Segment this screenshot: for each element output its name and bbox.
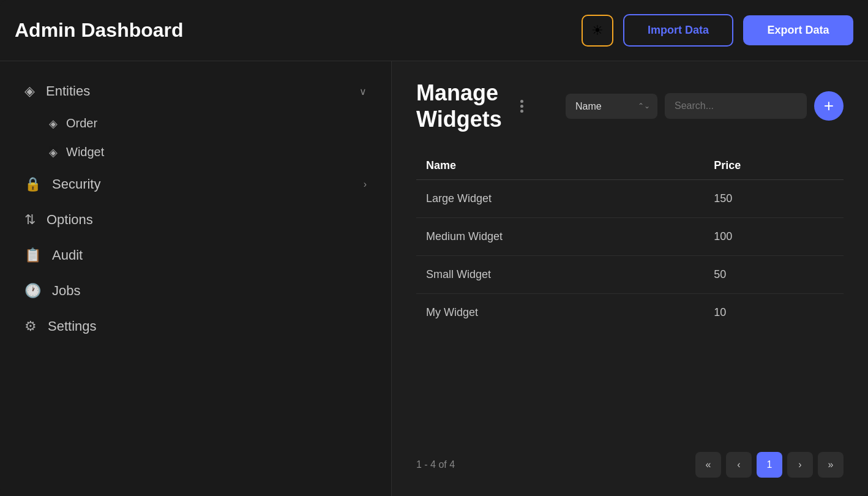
more-dot-1 [520,100,523,103]
widgets-table: Name Price Large Widget 150 Medium Widge… [416,152,844,331]
cell-price: 10 [704,294,844,332]
table-row[interactable]: Medium Widget 100 [416,218,844,256]
chevron-right-icon: › [364,179,367,190]
cell-price: 100 [704,218,844,256]
settings-icon: ⚙ [24,318,37,334]
table-row[interactable]: Large Widget 150 [416,180,844,218]
sidebar-item-widget-label: Widget [66,145,104,159]
page-header-title: Admin Dashboard [15,19,184,42]
cell-name: Small Widget [416,256,704,294]
pagination-next-button[interactable]: › [787,452,813,478]
sidebar-sub-widget: ◈ Widget [0,138,391,167]
cell-price: 50 [704,256,844,294]
header-actions: ☀ Import Data Export Data [582,14,853,47]
jobs-icon: 🕐 [24,283,41,299]
pagination-last-button[interactable]: » [818,452,844,478]
cell-name: Medium Widget [416,218,704,256]
sidebar-item-entities-label: Entities [46,83,90,99]
table-header-row: Name Price [416,152,844,180]
chevron-down-icon: ∨ [359,86,367,97]
filter-select-wrapper: Name Price [566,94,657,119]
col-header-name: Name [416,152,704,180]
sidebar-item-jobs[interactable]: 🕐 Jobs [0,273,391,309]
audit-icon: 📋 [24,247,41,263]
sidebar-item-audit-label: Audit [52,247,83,263]
search-input[interactable] [665,93,807,119]
more-dot-2 [520,105,523,108]
more-dot-3 [520,110,523,113]
entities-icon: ◈ [24,83,35,99]
main-content: ManageWidgets Name Price + [392,61,868,496]
export-data-button[interactable]: Export Data [743,15,853,45]
table-row[interactable]: Small Widget 50 [416,256,844,294]
cell-name: Large Widget [416,180,704,218]
sidebar-item-widget[interactable]: ◈ Widget [49,138,391,167]
pagination: 1 - 4 of 4 « ‹ 1 › » [416,437,844,478]
sidebar-item-settings-label: Settings [48,318,97,334]
filter-select[interactable]: Name Price [566,94,657,119]
pagination-first-button[interactable]: « [695,452,721,478]
import-data-button[interactable]: Import Data [623,14,733,47]
pagination-page-1-button[interactable]: 1 [757,452,782,478]
page-title: ManageWidgets [416,80,502,132]
options-icon: ⇅ [24,212,36,228]
header: Admin Dashboard ☀ Import Data Export Dat… [0,0,868,61]
table-row[interactable]: My Widget 10 [416,294,844,332]
sun-icon: ☀ [591,23,604,39]
lock-icon: 🔒 [24,176,41,192]
sidebar-item-order[interactable]: ◈ Order [49,109,391,138]
filter-area: Name Price + [566,91,844,121]
order-icon: ◈ [49,117,58,130]
cell-price: 150 [704,180,844,218]
sidebar-sub-order: ◈ Order [0,109,391,138]
pagination-prev-button[interactable]: ‹ [726,452,752,478]
theme-toggle-button[interactable]: ☀ [582,15,613,47]
sidebar-item-settings[interactable]: ⚙ Settings [0,309,391,344]
content-header: ManageWidgets Name Price + [416,80,844,132]
sidebar-item-options-label: Options [47,212,93,228]
main-layout: ◈ Entities ∨ ◈ Order ◈ Widget [0,61,868,496]
add-record-button[interactable]: + [814,91,844,121]
sidebar-item-order-label: Order [66,116,97,130]
pagination-controls: « ‹ 1 › » [695,452,844,478]
sidebar-item-jobs-label: Jobs [52,283,80,299]
col-header-price: Price [704,152,844,180]
sidebar-item-audit[interactable]: 📋 Audit [0,238,391,273]
sidebar-item-entities[interactable]: ◈ Entities ∨ [0,73,391,109]
widget-icon: ◈ [49,146,58,159]
more-menu-button[interactable] [517,95,527,118]
sidebar-item-options[interactable]: ⇅ Options [0,202,391,238]
sidebar-item-security-label: Security [52,176,100,192]
sidebar-item-security[interactable]: 🔒 Security › [0,167,391,202]
pagination-info: 1 - 4 of 4 [416,459,455,470]
sidebar: ◈ Entities ∨ ◈ Order ◈ Widget [0,61,392,496]
cell-name: My Widget [416,294,704,332]
